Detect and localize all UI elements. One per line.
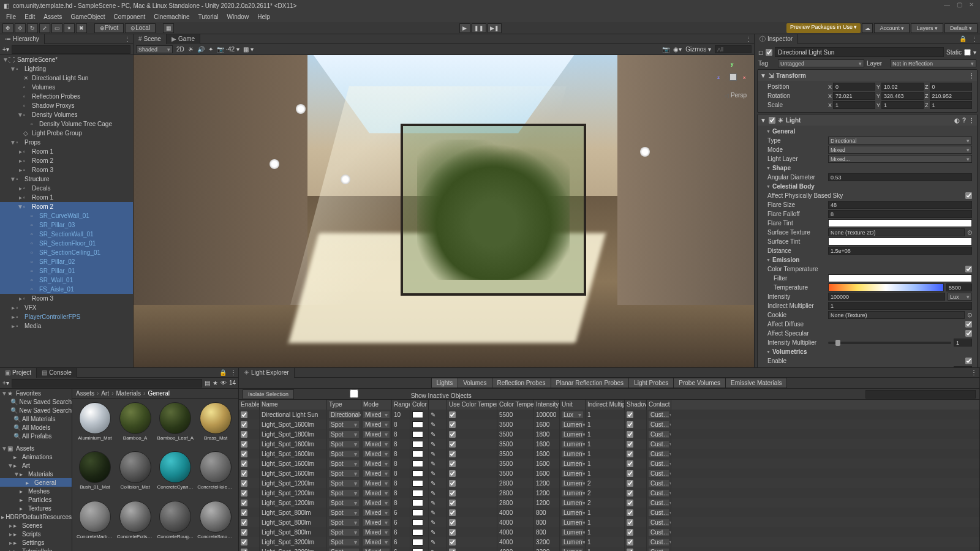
- light-gizmo[interactable]: [296, 104, 306, 114]
- vol-enable[interactable]: [965, 358, 972, 364]
- pos-z[interactable]: 0: [930, 83, 973, 91]
- game-tab[interactable]: ▶Game: [167, 34, 200, 44]
- picker-icon[interactable]: ⊙: [967, 312, 972, 318]
- project-tree[interactable]: ▼★Favorites🔍New Saved Search🔍New Saved S…: [0, 389, 72, 551]
- maximize-icon[interactable]: ⋮: [743, 36, 754, 42]
- hierarchy-item[interactable]: ☀Directional Light Sun: [0, 73, 133, 83]
- favorite-icon[interactable]: ★: [213, 380, 218, 386]
- lighting-icon[interactable]: ☀: [188, 46, 194, 53]
- affect-diffuse[interactable]: [965, 321, 972, 328]
- light-row[interactable]: Light_Spot_1600lmSpotMixed8✎35001600Lume…: [239, 419, 979, 429]
- hidden-icon[interactable]: 👁: [221, 380, 227, 386]
- create-dropdown[interactable]: +▾: [2, 380, 9, 386]
- breadcrumb-item[interactable]: Assets: [76, 390, 94, 397]
- light-explorer-tab[interactable]: ☀Light Explorer: [239, 368, 295, 378]
- hierarchy-item[interactable]: ▫Density Volume Tree Cage: [0, 119, 133, 129]
- hierarchy-item[interactable]: ▸▫Room 1: [0, 147, 133, 156]
- static-dropdown-icon[interactable]: ▾: [973, 49, 976, 56]
- gizmos-dropdown[interactable]: Gizmos ▾: [685, 46, 711, 53]
- packages-warning[interactable]: Preview Packages in Use ▾: [786, 23, 861, 33]
- picker-icon[interactable]: ⊙: [967, 229, 972, 236]
- le-tab[interactable]: Reflection Probes: [492, 378, 551, 388]
- column-header[interactable]: Unit: [560, 400, 586, 410]
- project-tab[interactable]: ▣Project: [0, 368, 37, 378]
- hierarchy-item[interactable]: ▼▫Lighting: [0, 64, 133, 73]
- rotate-tool[interactable]: ↻: [27, 23, 38, 33]
- move-tool[interactable]: ✢: [15, 23, 26, 33]
- temperature-slider[interactable]: [828, 283, 944, 291]
- hierarchy-item[interactable]: ◇Light Probe Group: [0, 129, 133, 138]
- menu-edit[interactable]: Edit: [21, 12, 39, 21]
- material-thumb[interactable]: ConcreteSmooth_...: [197, 501, 235, 547]
- rot-y[interactable]: 328.463: [881, 92, 924, 100]
- orientation-gizmo[interactable]: y x z: [717, 61, 748, 92]
- pivot-toggle[interactable]: ⊕Pivot: [94, 23, 124, 33]
- project-item[interactable]: 🔍New Saved Search: [0, 397, 72, 406]
- temperature-field[interactable]: 5500: [946, 283, 972, 291]
- le-tab[interactable]: Emissive Materials: [726, 378, 787, 388]
- light-row[interactable]: Light_Spot_800lmSpotMixed6✎4000800Lumen1…: [239, 517, 979, 527]
- console-tab[interactable]: ▤Console: [37, 368, 77, 378]
- light-gizmo[interactable]: [341, 174, 350, 184]
- camera-icon[interactable]: 📷: [662, 46, 669, 53]
- menu-cinemachine[interactable]: Cinemachine: [150, 12, 193, 21]
- flare-size[interactable]: 48: [828, 201, 972, 209]
- audio-icon[interactable]: 🔊: [197, 46, 205, 53]
- filter-icon[interactable]: ▤: [205, 380, 210, 386]
- gizmo-mode-icon[interactable]: ◉▾: [673, 46, 682, 53]
- column-header[interactable]: Type: [327, 400, 361, 410]
- light-mode-dropdown[interactable]: Mixed: [828, 146, 972, 154]
- affect-sky-checkbox[interactable]: [965, 192, 972, 199]
- scene-search[interactable]: [715, 45, 752, 53]
- material-thumb[interactable]: ConcreteRough_...: [157, 501, 195, 547]
- menu-file[interactable]: File: [2, 12, 20, 21]
- asset-grid[interactable]: Aluminium_MatBamboo_ABamboo_Leaf_ABrass_…: [72, 399, 238, 551]
- hierarchy-item[interactable]: ▼▫Structure: [0, 174, 133, 184]
- preset-icon[interactable]: ◐: [954, 117, 960, 124]
- lock-icon[interactable]: 🔒: [217, 369, 228, 376]
- hierarchy-item[interactable]: ▫SR_Wall_01: [0, 276, 133, 285]
- light-layer-dropdown[interactable]: Mixed...: [828, 155, 972, 163]
- hierarchy-item[interactable]: ▸▫VFX: [0, 303, 133, 312]
- le-tab[interactable]: Volumes: [458, 378, 492, 388]
- scale-tool[interactable]: ⤢: [39, 23, 50, 33]
- column-header[interactable]: Enabled: [239, 400, 260, 410]
- light-row[interactable]: Directional Light SunDirectionalMixed10✎…: [239, 410, 979, 419]
- scene-tab[interactable]: #Scene: [134, 34, 167, 44]
- material-thumb[interactable]: ConcreteMarbleG...: [76, 501, 114, 547]
- hierarchy-item[interactable]: ▫Shadow Proxys: [0, 101, 133, 110]
- scl-z[interactable]: 1: [930, 101, 973, 109]
- surface-tint-color[interactable]: [828, 238, 972, 246]
- static-checkbox[interactable]: [964, 49, 971, 56]
- menu-window[interactable]: Window: [224, 12, 253, 21]
- hierarchy-item[interactable]: ▫SR_Pillar_01: [0, 266, 133, 276]
- scene-viewport[interactable]: y x z ◁ Persp: [134, 55, 754, 367]
- light-row[interactable]: Light_Spot_1200lmSpotMixed8✎28001200Lume…: [239, 488, 979, 498]
- hierarchy-item[interactable]: ▫Volumes: [0, 83, 133, 92]
- light-row[interactable]: Light_Spot_1200lmSpotMixed8✎28001200Lume…: [239, 498, 979, 508]
- material-thumb[interactable]: Brass_Mat: [197, 402, 235, 449]
- lock-icon[interactable]: 🔒: [957, 36, 969, 42]
- panel-menu-icon[interactable]: ⋮: [122, 36, 133, 42]
- hand-tool[interactable]: ✥: [2, 23, 13, 33]
- material-thumb[interactable]: Aluminium_Mat: [76, 402, 114, 449]
- create-dropdown[interactable]: +▾: [2, 46, 9, 53]
- isolate-button[interactable]: Isolate Selection: [243, 389, 294, 399]
- hierarchy-item[interactable]: ▫SR_CurveWall_01: [0, 211, 133, 220]
- help-icon[interactable]: ?: [962, 117, 966, 124]
- column-header[interactable]: Shadows: [625, 400, 647, 410]
- project-item[interactable]: ▸Meshes: [0, 487, 72, 495]
- hierarchy-item[interactable]: ▼▫Props: [0, 138, 133, 147]
- custom-tool[interactable]: ✖: [76, 23, 87, 33]
- light-row[interactable]: Light_Spot_1800lmSpotMixed8✎35001800Lume…: [239, 429, 979, 439]
- project-item[interactable]: ▸General: [0, 478, 72, 487]
- hierarchy-item[interactable]: ▸▫Room 1: [0, 193, 133, 202]
- project-item[interactable]: 🔍All Prefabs: [0, 432, 72, 440]
- project-item[interactable]: ▸Particles: [0, 495, 72, 504]
- hierarchy-tree[interactable]: ▼⛶SampleScene*▼▫Lighting☀Directional Lig…: [0, 55, 133, 367]
- hierarchy-item[interactable]: ▼▫Room 2: [0, 202, 133, 211]
- project-item[interactable]: 🔍New Saved Search: [0, 406, 72, 414]
- breadcrumb-item[interactable]: General: [148, 390, 170, 397]
- project-item[interactable]: ▸▸Scenes: [0, 521, 72, 530]
- maximize-icon[interactable]: ▢: [954, 1, 964, 10]
